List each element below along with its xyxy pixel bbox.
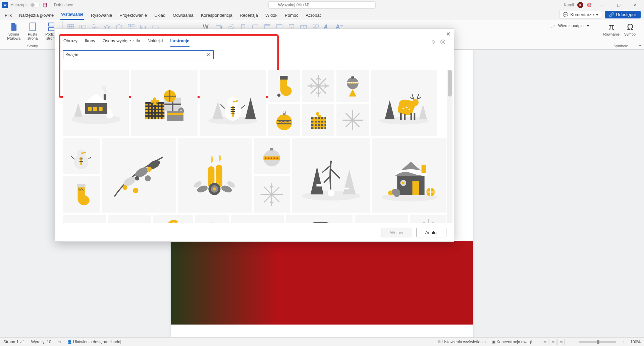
svg-rect-23 — [88, 107, 92, 111]
a11y-check[interactable]: 👤 Ułatwienia dostępu: zbadaj — [67, 340, 121, 344]
dialog-search-box[interactable]: ✕ — [63, 50, 214, 59]
dialog-search-input[interactable] — [66, 52, 206, 57]
insert-button[interactable]: Wstaw — [381, 228, 412, 237]
ribbon-collapse-icon[interactable]: ⌄ — [638, 42, 642, 47]
illustration-tile[interactable] — [336, 104, 369, 136]
language-icon[interactable]: ▭ — [57, 340, 61, 344]
illustration-tile[interactable] — [254, 176, 290, 213]
comments-button[interactable]: 💬 Komentarze ▾ — [559, 11, 602, 18]
illustration-tile[interactable] — [102, 138, 176, 213]
autosave-toggle[interactable]: Autozapis — [11, 3, 40, 7]
tab-plik[interactable]: Plik — [4, 11, 12, 20]
illustration-tile[interactable] — [231, 215, 284, 223]
illustration-tile[interactable] — [302, 70, 334, 102]
blank-page-button[interactable]: Pusta strona — [24, 22, 41, 40]
tab-obrazy[interactable]: Obrazy — [63, 38, 77, 47]
share-icon: 🔗 — [609, 12, 614, 17]
save-icon[interactable] — [43, 2, 48, 8]
minimize-icon[interactable]: — — [595, 2, 608, 8]
tab-acrobat[interactable]: Acrobat — [305, 11, 321, 20]
print-layout-icon[interactable]: ▭ — [549, 339, 556, 345]
read-mode-icon[interactable]: ▭ — [541, 339, 548, 345]
ribbon-group-strony: Strona tytułowa Pusta strona Podział str… — [3, 21, 63, 49]
tab-pomoc[interactable]: Pomoc — [284, 11, 299, 20]
share-button[interactable]: 🔗 Udostępnij — [605, 11, 641, 18]
illustration-tile[interactable] — [268, 70, 300, 102]
illustration-tile[interactable] — [336, 70, 369, 102]
illustration-tile[interactable] — [63, 138, 100, 174]
illustration-tile[interactable] — [108, 215, 151, 223]
tab-rysowanie[interactable]: Rysowanie — [90, 11, 113, 20]
signature-line-button[interactable]: Wiersz podpisu ▾ — [549, 22, 590, 30]
svg-rect-7 — [132, 24, 134, 27]
dialog-tabs: Obrazy Ikony Osoby wycięte z tła Naklejk… — [55, 29, 454, 50]
tab-ikony[interactable]: Ikony — [85, 38, 95, 47]
omega-icon: Ω — [626, 22, 635, 32]
illustration-tile[interactable] — [302, 104, 334, 136]
frown-icon[interactable]: ☹ — [440, 39, 446, 45]
web-layout-icon[interactable]: ▭ — [557, 339, 565, 345]
illustration-tile[interactable] — [292, 138, 370, 213]
gallery-scrollbar[interactable] — [447, 70, 452, 223]
tell-me-input[interactable] — [268, 1, 376, 9]
illustration-tile[interactable] — [355, 215, 408, 223]
illustration-tile[interactable] — [153, 215, 193, 223]
zoom-slider[interactable] — [579, 341, 616, 343]
scrollbar-thumb[interactable] — [448, 70, 452, 97]
tab-odwolania[interactable]: Odwołania — [172, 11, 194, 20]
illustration-tile[interactable] — [268, 104, 300, 136]
svg-rect-26 — [104, 94, 106, 100]
tab-widok[interactable]: Widok — [265, 11, 278, 20]
page-indicator[interactable]: Strona 1 z 1 — [3, 340, 25, 344]
feedback-icons: ☺ ☹ — [431, 39, 446, 45]
a11y-icon: 👤 — [67, 340, 72, 344]
illustration-tile[interactable] — [63, 176, 100, 213]
zoom-in-icon[interactable]: + — [622, 340, 624, 344]
mic-icon[interactable]: 🎯 — [587, 3, 592, 7]
toggle-switch-icon[interactable] — [31, 3, 40, 7]
cover-page-button[interactable]: Strona tytułowa — [5, 22, 22, 40]
zoom-level[interactable]: 100% — [630, 340, 641, 344]
illustration-tile[interactable] — [410, 215, 446, 223]
tell-me-search[interactable]: 🔍 — [268, 1, 376, 9]
svg-point-56 — [406, 107, 408, 108]
illustration-tile[interactable] — [200, 70, 266, 136]
group-label-strony: Strony — [5, 43, 60, 49]
cancel-button[interactable]: Anuluj — [416, 228, 446, 237]
tab-wstawianie[interactable]: Wstawianie — [60, 10, 84, 20]
winter-woods-icon — [299, 145, 363, 206]
user-avatar[interactable]: K — [577, 2, 583, 8]
focus-icon: ▣ — [492, 340, 495, 344]
clear-search-icon[interactable]: ✕ — [206, 52, 210, 57]
gift-boxes-icon — [137, 76, 192, 130]
illustration-tile[interactable] — [371, 70, 437, 136]
illustration-tile[interactable] — [195, 215, 228, 223]
word-count[interactable]: Wyrazy: 10 — [31, 340, 51, 344]
close-dialog-icon[interactable]: ✕ — [446, 31, 450, 37]
tab-naklejki[interactable]: Naklejki — [148, 38, 163, 47]
focus-mode[interactable]: ▣ Koncentracja uwagi — [492, 340, 532, 344]
smile-icon[interactable]: ☺ — [431, 39, 436, 45]
illustration-tile[interactable] — [286, 215, 353, 223]
illustration-tile[interactable] — [63, 215, 106, 223]
tab-recenzja[interactable]: Recenzja — [239, 11, 259, 20]
tab-ilustracje[interactable]: Ilustracje — [170, 38, 190, 47]
maximize-icon[interactable]: ▢ — [612, 2, 625, 8]
tab-narzedzia[interactable]: Narzędzia główne — [18, 11, 54, 20]
illustration-tile[interactable] — [178, 138, 252, 213]
illustration-tile[interactable] — [372, 138, 446, 213]
illustration-tile[interactable] — [131, 70, 198, 136]
illustration-tile[interactable] — [254, 138, 290, 174]
tab-uklad[interactable]: Układ — [154, 11, 166, 20]
tab-projektowanie[interactable]: Projektowanie — [119, 11, 148, 20]
tab-osoby[interactable]: Osoby wycięte z tła — [103, 38, 140, 47]
close-window-icon[interactable]: ✕ — [629, 2, 642, 8]
illustration-tile[interactable] — [63, 70, 129, 136]
pi-icon: π — [607, 22, 616, 32]
ornament-grey-icon — [339, 73, 366, 99]
equation-button[interactable]: π Równanie — [603, 22, 620, 36]
display-settings[interactable]: 🖥 Ustawienia wyświetlania — [437, 340, 486, 344]
tab-korespondencja[interactable]: Korespondencja — [200, 11, 233, 20]
zoom-out-icon[interactable]: − — [571, 340, 573, 344]
symbol-button[interactable]: Ω Symbol — [622, 22, 639, 36]
